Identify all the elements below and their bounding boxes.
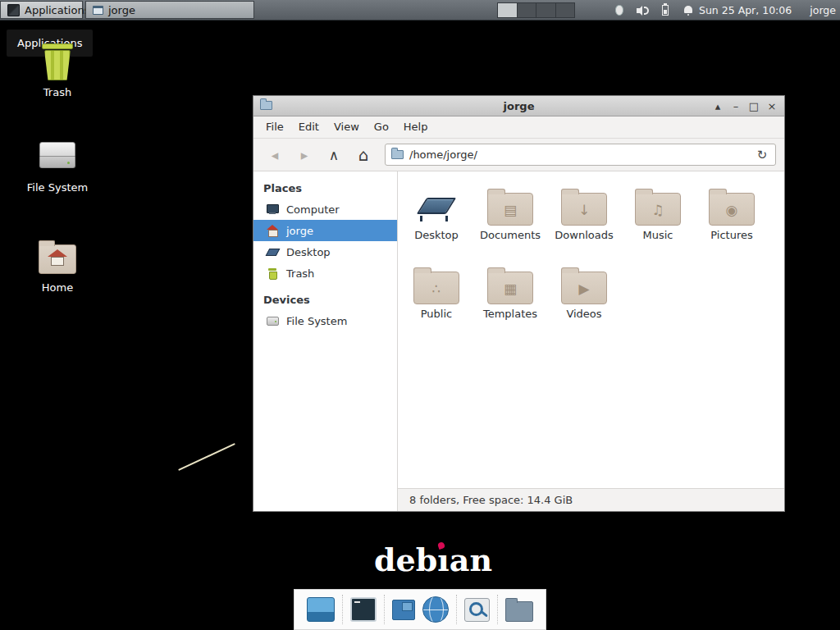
- file-item-downloads[interactable]: ↓ Downloads: [547, 180, 621, 258]
- desktop-icon-label: File System: [21, 181, 94, 194]
- file-item-public[interactable]: ∴ Public: [399, 258, 473, 337]
- file-item-videos[interactable]: ▶ Videos: [547, 258, 621, 337]
- battery-icon[interactable]: [662, 5, 669, 16]
- task-label: jorge: [108, 4, 135, 16]
- file-label: Videos: [547, 308, 621, 320]
- sidebar-label: Desktop: [286, 246, 331, 258]
- panel-clock[interactable]: Sun 25 Apr, 10:06: [699, 0, 792, 21]
- drive-icon: [37, 136, 78, 177]
- location-bar[interactable]: /home/jorge/ ↻: [385, 144, 776, 166]
- desktop-icon-file-system[interactable]: File System: [21, 136, 94, 194]
- logo-text: an: [450, 541, 492, 578]
- template-emblem-icon: ▦: [488, 278, 532, 299]
- file-item-templates[interactable]: ▦ Templates: [473, 258, 547, 337]
- file-item-pictures[interactable]: ◉ Pictures: [695, 180, 769, 258]
- close-button[interactable]: ×: [763, 96, 781, 116]
- menubar: File Edit View Go Help: [253, 116, 784, 139]
- desktop-icon-label: Trash: [21, 86, 94, 98]
- folder-icon: ♫: [635, 193, 681, 226]
- home-icon[interactable]: ⌂: [350, 143, 377, 167]
- home-folder-icon: [37, 236, 78, 277]
- file-manager-icon[interactable]: [505, 601, 533, 622]
- debian-logo: debıan: [374, 541, 492, 578]
- menu-view[interactable]: View: [326, 116, 367, 138]
- file-item-music[interactable]: ♫ Music: [621, 180, 695, 258]
- folder-icon: ▤: [487, 193, 533, 226]
- terminal-icon[interactable]: [350, 597, 377, 622]
- web-browser-icon[interactable]: [422, 596, 449, 623]
- notifications-icon[interactable]: [682, 5, 694, 16]
- applications-menu-button[interactable]: Applications: [0, 1, 83, 19]
- panel-user-label: jorge: [810, 0, 836, 21]
- reload-icon[interactable]: ↻: [755, 148, 769, 162]
- menu-file[interactable]: File: [258, 116, 291, 138]
- file-label: Music: [621, 229, 695, 241]
- computer-icon: [266, 203, 279, 216]
- drive-icon: [266, 314, 279, 327]
- camera-emblem-icon: ◉: [710, 199, 754, 221]
- logo-text: deb: [374, 541, 437, 578]
- dock-separator: [342, 595, 343, 624]
- menu-go[interactable]: Go: [367, 116, 396, 138]
- workspace-switcher[interactable]: [497, 2, 575, 18]
- sidebar-label: jorge: [286, 225, 313, 237]
- file-label: Public: [399, 308, 473, 320]
- folder-icon: ◉: [709, 193, 755, 226]
- desktop-icon-home[interactable]: Home: [21, 236, 94, 294]
- app-finder-icon[interactable]: [464, 598, 490, 622]
- desktop-icon-label: Home: [21, 281, 94, 294]
- maximize-button[interactable]: □: [745, 96, 763, 116]
- bottom-dock: [294, 589, 546, 630]
- workspace-1[interactable]: [498, 3, 518, 17]
- home-icon: [266, 224, 279, 237]
- shade-button[interactable]: ▴: [709, 96, 727, 116]
- file-item-desktop[interactable]: Desktop: [399, 180, 473, 258]
- video-emblem-icon: ▶: [562, 278, 606, 299]
- path-text[interactable]: /home/jorge/: [409, 148, 749, 161]
- menu-help[interactable]: Help: [396, 116, 436, 138]
- sidebar-item-jorge[interactable]: jorge: [253, 220, 397, 241]
- file-label: Downloads: [547, 229, 621, 241]
- download-emblem-icon: ↓: [562, 199, 606, 221]
- files-grid: Desktop ▤ Documents ↓ Downloads ♫: [398, 171, 784, 488]
- minimize-button[interactable]: –: [727, 96, 745, 116]
- file-label: Pictures: [695, 229, 769, 241]
- dock-separator: [384, 595, 385, 624]
- titlebar[interactable]: jorge ▴ – □ ×: [253, 96, 784, 116]
- workspace-2[interactable]: [518, 3, 537, 17]
- file-label: Desktop: [399, 229, 473, 241]
- sidebar-item-trash[interactable]: Trash: [253, 262, 397, 284]
- sidebar-item-desktop[interactable]: Desktop: [253, 241, 397, 262]
- workspaces-icon[interactable]: [392, 600, 415, 620]
- file-manager-window: jorge ▴ – □ × File Edit View Go Help ◂ ▸…: [253, 95, 785, 512]
- back-icon[interactable]: ◂: [262, 143, 288, 167]
- file-item-documents[interactable]: ▤ Documents: [473, 180, 547, 258]
- devices-header: Devices: [253, 288, 397, 310]
- taskbar-item-jorge[interactable]: jorge: [85, 1, 254, 19]
- sidebar-item-computer[interactable]: Computer: [253, 199, 397, 220]
- show-desktop-icon[interactable]: [307, 597, 335, 622]
- document-emblem-icon: ▤: [488, 199, 532, 221]
- applications-label: Applications: [25, 4, 89, 16]
- up-icon[interactable]: ∧: [321, 143, 347, 167]
- volume-icon[interactable]: [637, 5, 648, 16]
- folder-icon: ∴: [413, 272, 459, 304]
- desktop-icon-trash[interactable]: Trash: [21, 41, 94, 98]
- folder-icon: ↓: [561, 193, 607, 226]
- file-label: Documents: [473, 229, 547, 241]
- top-panel: Applications jorge Sun 25 Apr, 10:06 jor…: [0, 0, 840, 21]
- mouse-icon[interactable]: [615, 5, 623, 16]
- sidebar-label: File System: [286, 315, 347, 327]
- workspace-3[interactable]: [536, 3, 556, 17]
- toolbar: ◂ ▸ ∧ ⌂ /home/jorge/ ↻: [253, 139, 784, 171]
- workspace-4[interactable]: [556, 3, 575, 17]
- window-title: jorge: [253, 96, 784, 116]
- sidebar-item-file-system[interactable]: File System: [253, 310, 397, 331]
- status-text: 8 folders, Free space: 14.4 GiB: [409, 494, 573, 506]
- path-folder-icon: [391, 150, 404, 159]
- file-label: Templates: [473, 308, 547, 320]
- music-emblem-icon: ♫: [636, 199, 680, 221]
- forward-icon[interactable]: ▸: [291, 143, 317, 167]
- applications-icon: [7, 4, 20, 16]
- menu-edit[interactable]: Edit: [291, 116, 326, 138]
